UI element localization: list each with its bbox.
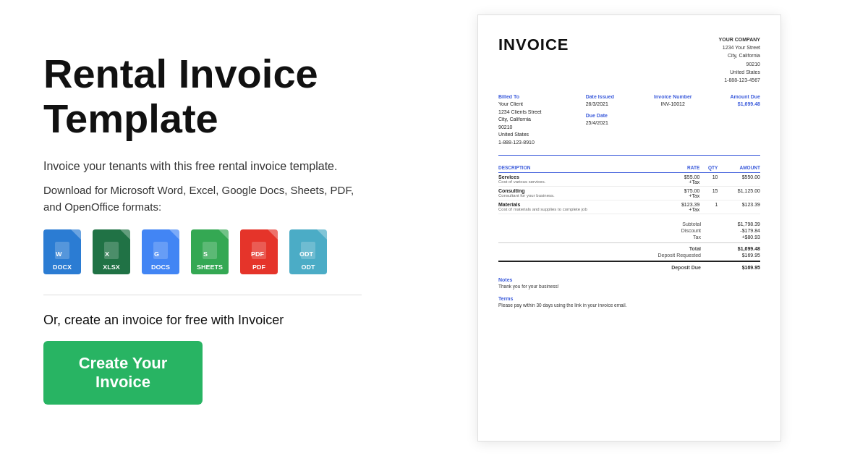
- format-icon-gsheets[interactable]: S SHEETS: [191, 229, 229, 274]
- format-icon-odt[interactable]: ODT ODT: [289, 229, 327, 274]
- item3-rate: $123.39+Tax: [665, 200, 700, 214]
- subtotal-label: Subtotal: [637, 221, 710, 227]
- client-name: Your Client: [498, 101, 571, 109]
- tax-label: Tax: [637, 235, 710, 240]
- col-qty: QTY: [699, 163, 718, 173]
- svg-text:X: X: [105, 250, 109, 258]
- item1-amount: $550.00: [718, 173, 760, 187]
- total-value: $1,699.48: [710, 246, 760, 251]
- invoice-number-section: Invoice Number INV-10012: [649, 94, 697, 146]
- total-label: Total: [637, 246, 710, 251]
- terms-text: Please pay within 30 days using the link…: [498, 303, 760, 308]
- svg-text:W: W: [56, 250, 62, 258]
- pdf-label: PDF: [252, 263, 265, 271]
- discount-value: -$179.84: [710, 228, 760, 233]
- client-zip: 90210: [498, 124, 571, 132]
- discount-row: Discount -$179.84: [498, 228, 760, 233]
- date-issued-value: 26/3/2021: [586, 101, 634, 109]
- company-country: United States: [719, 68, 760, 76]
- dates-section: Date Issued 26/3/2021 Due Date 25/4/2021: [586, 94, 634, 146]
- left-panel: Rental Invoice Template Invoice your ten…: [0, 0, 405, 456]
- company-info: YOUR COMPANY 1234 Your Street City, Cali…: [719, 35, 760, 84]
- invoice-terms: Terms Please pay within 30 days using th…: [498, 296, 760, 308]
- invoice-number-value: INV-10012: [649, 101, 697, 109]
- col-description: DESCRIPTION: [498, 163, 665, 173]
- item3-desc: Materials Cost of materials and supplies…: [498, 200, 665, 214]
- invoice-preview: INVOICE YOUR COMPANY 1234 Your Street Ci…: [477, 14, 781, 442]
- xlsx-label: XLSX: [103, 263, 120, 271]
- col-rate: RATE: [665, 163, 700, 173]
- format-icon-xlsx[interactable]: X XLSX: [93, 229, 130, 274]
- table-row: Materials Cost of materials and supplies…: [498, 200, 760, 214]
- invoice-divider: [498, 155, 760, 156]
- create-invoice-button[interactable]: Create Your Invoice: [43, 341, 203, 405]
- item3-qty: 1: [699, 200, 718, 214]
- item2-rate: $75.00+Tax: [665, 187, 700, 200]
- item1-qty: 10: [699, 173, 718, 187]
- invoice-title: INVOICE: [498, 35, 569, 54]
- billed-to-label: Billed To: [498, 94, 571, 99]
- item1-rate: $55.00+Tax: [665, 173, 700, 187]
- total-row: Total $1,699.48: [498, 246, 760, 251]
- gsheets-label: SHEETS: [197, 263, 223, 271]
- deposit-due-value: $169.95: [710, 265, 760, 270]
- deposit-due-divider: [498, 261, 760, 262]
- subtotal-value: $1,798.39: [710, 221, 760, 227]
- deposit-requested-value: $169.95: [710, 253, 760, 258]
- invoice-notes: Notes Thank you for your business!: [498, 277, 760, 289]
- amount-due-section: Amount Due $1,699.48: [712, 94, 760, 146]
- odt-label: ODT: [302, 263, 315, 271]
- due-date-label: Due Date: [586, 113, 634, 118]
- item2-desc: Consulting Consultant for your business.: [498, 187, 665, 200]
- billed-to-section: Billed To Your Client 1234 Clients Stree…: [498, 94, 571, 146]
- deposit-requested-label: Deposit Requested: [637, 253, 710, 258]
- invoice-meta: Billed To Your Client 1234 Clients Stree…: [498, 94, 760, 146]
- client-phone: 1-888-123-8910: [498, 139, 571, 147]
- terms-label: Terms: [498, 296, 760, 301]
- right-panel: INVOICE YOUR COMPANY 1234 Your Street Ci…: [405, 0, 868, 456]
- item2-amount: $1,125.00: [718, 187, 760, 200]
- company-phone: 1-888-123-4567: [719, 76, 760, 84]
- formats-text: Download for Microsoft Word, Excel, Goog…: [43, 182, 362, 215]
- amount-due-label: Amount Due: [712, 94, 760, 99]
- subtotal-row: Subtotal $1,798.39: [498, 221, 760, 227]
- svg-text:ODT: ODT: [299, 250, 314, 258]
- invoice-table: DESCRIPTION RATE QTY AMOUNT Services Cos…: [498, 163, 760, 214]
- item3-amount: $123.39: [718, 200, 760, 214]
- deposit-due-label: Deposit Due: [637, 265, 710, 270]
- item2-qty: 15: [699, 187, 718, 200]
- section-divider: [43, 295, 362, 295]
- format-icon-docx[interactable]: W DOCX: [43, 229, 81, 274]
- notes-text: Thank you for your business!: [498, 284, 760, 289]
- deposit-requested-row: Deposit Requested $169.95: [498, 253, 760, 258]
- due-date-value: 25/4/2021: [586, 119, 634, 127]
- svg-text:S: S: [203, 250, 208, 258]
- gdocs-label: DOCS: [151, 263, 170, 271]
- company-zip: 90210: [719, 60, 760, 68]
- format-icon-gdocs[interactable]: G DOCS: [142, 229, 179, 274]
- format-icon-pdf[interactable]: PDF PDF: [240, 229, 278, 274]
- client-country: United States: [498, 131, 571, 139]
- invoice-number-label: Invoice Number: [649, 94, 697, 99]
- client-address: 1234 Clients Street: [498, 109, 571, 117]
- totals-divider: [498, 242, 760, 243]
- tax-value: +$80.93: [710, 235, 760, 240]
- deposit-due-row: Deposit Due $169.95: [498, 265, 760, 270]
- table-row: Services Cost of various services. $55.0…: [498, 173, 760, 187]
- item1-desc: Services Cost of various services.: [498, 173, 665, 187]
- company-city: City, California: [719, 51, 760, 59]
- invoice-totals: Subtotal $1,798.39 Discount -$179.84 Tax…: [498, 221, 760, 270]
- svg-text:G: G: [154, 250, 159, 258]
- notes-label: Notes: [498, 277, 760, 282]
- company-address: 1234 Your Street: [719, 43, 760, 51]
- invoice-header: INVOICE YOUR COMPANY 1234 Your Street Ci…: [498, 35, 760, 84]
- client-city: City, California: [498, 116, 571, 124]
- svg-text:PDF: PDF: [251, 250, 265, 258]
- amount-due-value: $1,699.48: [712, 101, 760, 109]
- discount-label: Discount: [637, 228, 710, 233]
- cta-text: Or, create an invoice for free with Invo…: [43, 313, 362, 328]
- company-name: YOUR COMPANY: [719, 35, 760, 43]
- main-title: Rental Invoice Template: [43, 51, 362, 140]
- table-row: Consulting Consultant for your business.…: [498, 187, 760, 200]
- date-issued-label: Date Issued: [586, 94, 634, 99]
